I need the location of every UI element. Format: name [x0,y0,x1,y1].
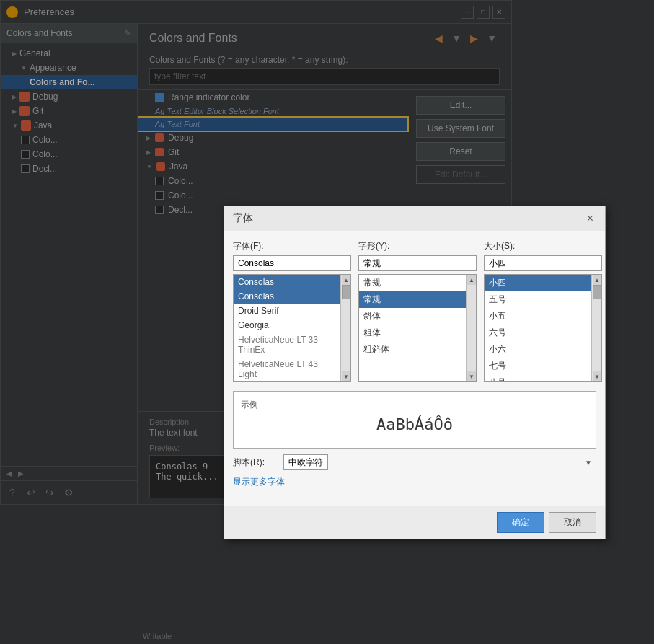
font-list-item-helvetica43[interactable]: HelveticaNeue LT 43 Light [234,357,340,381]
font-list-scrollbar[interactable]: ▲ ▼ [340,275,350,381]
dialog-title-bar: 字体 × [224,206,605,231]
size-item-liu[interactable]: 六号 [485,325,591,341]
size-item-qi[interactable]: 七号 [485,358,591,374]
font-size-column: 大小(S): 小四 五号 小五 六号 小六 七号 八号 ▲ [484,240,602,382]
size-list[interactable]: 小四 五号 小五 六号 小六 七号 八号 [485,275,591,381]
dialog-title: 字体 [233,212,253,225]
dialog-body: 字体(F): Consolas Consolas Droid Serif Geo… [224,231,605,506]
font-style-column: 字形(Y): 常规 常规 斜体 粗体 粗斜体 ▲ ▼ [358,240,477,382]
font-style-input[interactable] [358,255,477,271]
show-more-fonts-link[interactable]: 显示更多字体 [233,476,596,488]
font-scroll-thumb[interactable] [342,285,350,299]
size-item-wu[interactable]: 五号 [485,291,591,308]
size-list-scrollbar[interactable]: ▲ ▼ [591,275,601,381]
font-dialog: 字体 × 字体(F): Consolas Consolas Droid Seri… [224,206,606,539]
script-select-wrap: 中欧字符 [283,454,596,470]
style-col-label: 字形(Y): [358,240,477,252]
sample-label: 示例 [241,399,258,411]
style-item-regular1[interactable]: 常规 [359,275,466,291]
size-item-xiaowu[interactable]: 小五 [485,308,591,325]
script-label: 脚本(R): [233,456,276,469]
size-scroll-down[interactable]: ▼ [593,371,601,381]
style-item-bold-italic[interactable]: 粗斜体 [359,341,466,358]
size-scroll-thumb[interactable] [593,285,601,299]
style-item-regular2[interactable]: 常规 [359,291,466,308]
font-list-item-consolas[interactable]: Consolas [234,275,340,289]
font-col-label: 字体(F): [233,240,351,252]
sample-area: 示例 AaBbÁáÔô [233,391,596,449]
font-scroll-down[interactable]: ▼ [342,371,350,381]
style-item-italic[interactable]: 斜体 [359,308,466,325]
script-row: 脚本(R): 中欧字符 [233,454,596,470]
size-item-xiaosi[interactable]: 小四 [485,275,591,291]
cancel-button[interactable]: 取消 [549,512,596,533]
size-scroll-up[interactable]: ▲ [593,275,601,285]
script-select[interactable]: 中欧字符 [283,454,328,470]
style-item-bold[interactable]: 粗体 [359,325,466,341]
font-list-item-droid-serif[interactable]: Droid Serif [234,304,340,318]
dialog-footer: 确定 取消 [224,506,605,539]
confirm-button[interactable]: 确定 [497,512,544,533]
font-list[interactable]: Consolas Consolas Droid Serif Georgia He… [234,275,340,381]
style-scroll-up[interactable]: ▲ [467,275,476,285]
font-list-item-consolas2[interactable]: Consolas [234,289,340,304]
font-scroll-up[interactable]: ▲ [342,275,350,285]
style-list-scrollbar[interactable]: ▲ ▼ [466,275,476,381]
dialog-columns: 字体(F): Consolas Consolas Droid Serif Geo… [233,240,596,382]
style-scroll-down[interactable]: ▼ [467,371,476,381]
size-list-container: 小四 五号 小五 六号 小六 七号 八号 ▲ ▼ [484,274,602,382]
sample-text: AaBbÁáÔô [241,415,588,433]
size-item-xiaoliu[interactable]: 小六 [485,341,591,358]
font-list-item-georgia[interactable]: Georgia [234,318,340,332]
font-size-input[interactable] [484,255,602,271]
style-list[interactable]: 常规 常规 斜体 粗体 粗斜体 [359,275,466,381]
font-name-input[interactable] [233,255,351,271]
font-list-container: Consolas Consolas Droid Serif Georgia He… [233,274,351,382]
font-name-column: 字体(F): Consolas Consolas Droid Serif Geo… [233,240,351,382]
size-item-ba[interactable]: 八号 [485,374,591,381]
font-list-item-helvetica33[interactable]: HelveticaNeue LT 33 ThinEx [234,332,340,357]
dialog-close-button[interactable]: × [584,212,596,225]
size-col-label: 大小(S): [484,240,602,252]
style-list-container: 常规 常规 斜体 粗体 粗斜体 ▲ ▼ [358,274,477,382]
